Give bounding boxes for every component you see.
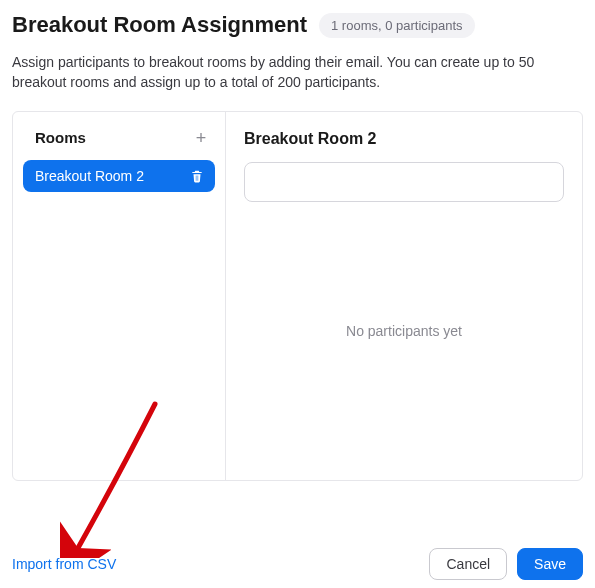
plus-icon: + xyxy=(196,129,207,147)
add-room-button[interactable]: + xyxy=(191,128,211,148)
room-list-item[interactable]: Breakout Room 2 xyxy=(23,160,215,192)
page-header: Breakout Room Assignment 1 rooms, 0 part… xyxy=(12,12,583,38)
room-detail: Breakout Room 2 No participants yet xyxy=(226,112,582,480)
participant-email-input[interactable] xyxy=(244,162,564,202)
room-count-pill: 1 rooms, 0 participants xyxy=(319,13,475,38)
empty-state: No participants yet xyxy=(244,202,564,480)
cancel-button[interactable]: Cancel xyxy=(429,548,507,580)
page-container: Breakout Room Assignment 1 rooms, 0 part… xyxy=(0,0,595,481)
rooms-sidebar: Rooms + Breakout Room 2 xyxy=(13,112,226,480)
trash-icon[interactable] xyxy=(189,168,205,184)
import-csv-link[interactable]: Import from CSV xyxy=(12,556,116,572)
sidebar-label: Rooms xyxy=(35,129,86,146)
sidebar-header: Rooms + xyxy=(23,128,215,160)
rooms-panel: Rooms + Breakout Room 2 Breakout Room 2 … xyxy=(12,111,583,481)
page-description: Assign participants to breakout rooms by… xyxy=(12,52,572,93)
save-button[interactable]: Save xyxy=(517,548,583,580)
footer-bar: Import from CSV Cancel Save xyxy=(12,548,583,580)
footer-buttons: Cancel Save xyxy=(429,548,583,580)
room-title: Breakout Room 2 xyxy=(244,130,564,148)
room-name-label: Breakout Room 2 xyxy=(35,168,144,184)
page-title: Breakout Room Assignment xyxy=(12,12,307,38)
